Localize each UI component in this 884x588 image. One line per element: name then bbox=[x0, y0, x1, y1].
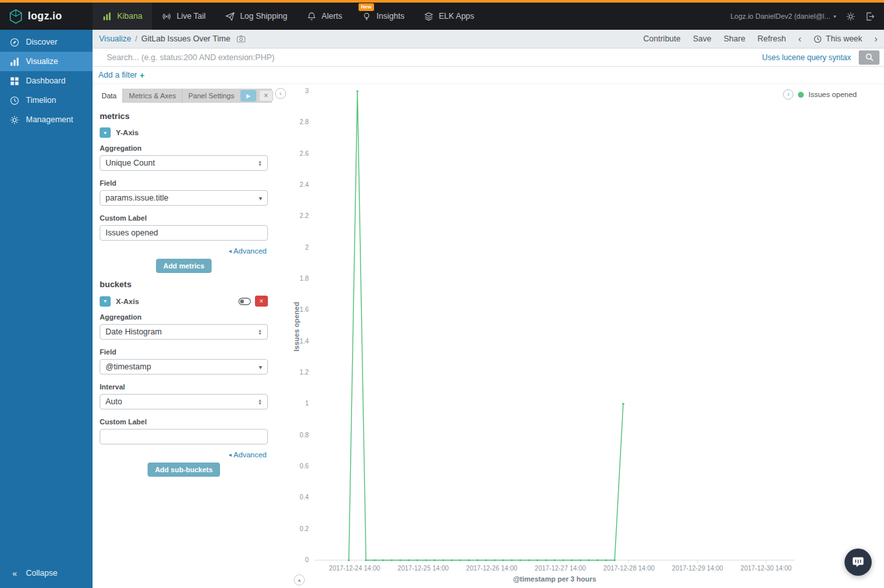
topnav-live-tail[interactable]: Live Tail bbox=[152, 3, 215, 30]
live-tail-icon bbox=[162, 12, 171, 21]
editor-tab-bar: Data Metrics & Axes Panel Settings ▶ × bbox=[96, 89, 272, 103]
sidebar-item-label: Visualize bbox=[26, 57, 58, 66]
x-axis-collapse-button[interactable]: ▼ bbox=[100, 296, 111, 307]
discard-changes-button[interactable]: × bbox=[259, 90, 273, 102]
svg-text:2017-12-29 14:00: 2017-12-29 14:00 bbox=[672, 565, 723, 572]
interval-select[interactable]: Auto ▲▼ bbox=[100, 394, 268, 409]
metrics-advanced-toggle[interactable]: ◂ Advanced bbox=[100, 247, 267, 255]
buckets-advanced-toggle[interactable]: ◂ Advanced bbox=[100, 451, 267, 459]
x-field-value: @timestamp bbox=[105, 362, 151, 371]
refresh-button[interactable]: Refresh bbox=[758, 34, 786, 43]
settings-gear-icon[interactable] bbox=[846, 12, 856, 21]
remove-bucket-button[interactable]: × bbox=[255, 296, 268, 307]
add-sub-buckets-button[interactable]: Add sub-buckets bbox=[148, 463, 219, 477]
sidebar-item-visualize[interactable]: Visualize bbox=[0, 52, 93, 71]
sign-out-icon[interactable] bbox=[865, 12, 875, 21]
topnav-live-tail-label: Live Tail bbox=[177, 12, 206, 21]
topnav-kibana[interactable]: Kibana bbox=[93, 3, 152, 30]
apply-changes-button[interactable]: ▶ bbox=[241, 90, 256, 102]
topnav-insights[interactable]: New Insights bbox=[352, 3, 414, 30]
y-field-value: params.issue.title bbox=[105, 193, 168, 202]
legend-toggle-button[interactable]: › bbox=[783, 89, 793, 100]
chat-bubble-icon bbox=[852, 556, 865, 569]
visualize-content: Data Metrics & Axes Panel Settings ▶ × m… bbox=[93, 84, 884, 588]
logzio-logo-icon bbox=[9, 9, 23, 24]
legend-series-dot[interactable] bbox=[798, 92, 804, 98]
lucene-syntax-link[interactable]: Uses lucene query syntax bbox=[762, 53, 851, 62]
time-range-label: This week bbox=[826, 34, 862, 43]
sidebar-item-timelion[interactable]: Timelion bbox=[0, 91, 93, 110]
breadcrumb-separator: / bbox=[135, 34, 137, 43]
interval-value: Auto bbox=[105, 397, 122, 406]
toolbar-actions: Contribute Save Share Refresh ‹ This wee… bbox=[643, 34, 878, 43]
svg-text:0: 0 bbox=[305, 556, 309, 563]
top-navigation: Kibana Live Tail Log Shipping Alerts bbox=[93, 3, 484, 30]
svg-text:1.8: 1.8 bbox=[300, 275, 309, 282]
tab-data[interactable]: Data bbox=[96, 89, 123, 103]
legend-series-label[interactable]: Issues opened bbox=[808, 91, 857, 98]
x-field-select[interactable]: @timestamp ▾ bbox=[100, 359, 268, 375]
add-filter-link[interactable]: Add a filter bbox=[98, 71, 137, 80]
time-forward-button[interactable]: › bbox=[874, 34, 878, 43]
y-field-select[interactable]: params.issue.title ▾ bbox=[100, 190, 268, 206]
log-shipping-icon bbox=[225, 12, 235, 21]
topnav-log-shipping[interactable]: Log Shipping bbox=[215, 3, 297, 30]
kibana-icon bbox=[102, 12, 112, 21]
clock-icon bbox=[10, 96, 19, 105]
sidebar-item-dashboard[interactable]: Dashboard bbox=[0, 71, 93, 91]
collapse-label: Collapse bbox=[26, 569, 58, 578]
y-axis-row: ▼ Y-Axis bbox=[100, 127, 268, 138]
tab-panel-settings[interactable]: Panel Settings bbox=[182, 89, 241, 103]
dashboard-grid-icon bbox=[10, 76, 19, 86]
sidebar-item-discover[interactable]: Discover bbox=[0, 32, 93, 52]
svg-text:2017-12-27 14:00: 2017-12-27 14:00 bbox=[535, 565, 586, 572]
logzio-logo[interactable]: logz.io bbox=[0, 3, 93, 30]
topnav-elk-apps[interactable]: ELK Apps bbox=[414, 3, 484, 30]
account-menu[interactable]: Logz.io DanielDev2 (daniel@l... ▾ bbox=[731, 12, 836, 20]
svg-text:3: 3 bbox=[305, 87, 309, 94]
x-aggregation-label: Aggregation bbox=[100, 313, 268, 321]
timepicker-button[interactable]: This week bbox=[813, 34, 862, 43]
add-filter-plus-icon[interactable]: + bbox=[140, 71, 145, 80]
x-aggregation-select[interactable]: Date Histogram ▲▼ bbox=[100, 324, 268, 340]
topnav-alerts-label: Alerts bbox=[322, 12, 342, 21]
y-field-label: Field bbox=[100, 179, 268, 187]
disable-bucket-toggle[interactable] bbox=[238, 297, 252, 306]
y-aggregation-select[interactable]: Unique Count ▲▼ bbox=[100, 155, 268, 171]
triangle-left-icon: ◂ bbox=[228, 452, 232, 458]
line-chart[interactable]: 32.82.62.42.221.81.61.41.210.80.60.40.20… bbox=[285, 86, 884, 588]
snapshot-camera-icon[interactable] bbox=[236, 35, 246, 43]
breadcrumb-visualize-link[interactable]: Visualize bbox=[99, 34, 131, 43]
contribute-button[interactable]: Contribute bbox=[643, 34, 681, 43]
search-button[interactable] bbox=[859, 50, 879, 65]
svg-text:2017-12-30 14:00: 2017-12-30 14:00 bbox=[740, 565, 791, 572]
svg-text:1: 1 bbox=[305, 400, 309, 407]
metrics-section-header: metrics bbox=[100, 111, 268, 121]
vis-editor-panel: Data Metrics & Axes Panel Settings ▶ × m… bbox=[96, 89, 272, 483]
select-updown-icon: ▲▼ bbox=[258, 398, 262, 405]
filter-bar: Add a filter + bbox=[93, 67, 884, 84]
search-input[interactable] bbox=[105, 52, 762, 63]
svg-text:1.4: 1.4 bbox=[300, 338, 309, 345]
share-button[interactable]: Share bbox=[724, 34, 745, 43]
chat-launcher-button[interactable] bbox=[845, 549, 872, 576]
elk-apps-icon bbox=[424, 12, 434, 21]
add-metrics-button[interactable]: Add metrics bbox=[156, 259, 212, 273]
time-back-button[interactable]: ‹ bbox=[798, 34, 801, 43]
sidebar-item-management[interactable]: Management bbox=[0, 110, 93, 129]
breadcrumb: Visualize / GitLab Issues Over Time bbox=[99, 34, 246, 43]
y-custom-label-input[interactable] bbox=[100, 225, 268, 241]
save-button[interactable]: Save bbox=[693, 34, 712, 43]
x-field-label: Field bbox=[100, 348, 268, 356]
svg-text:2.8: 2.8 bbox=[300, 118, 309, 125]
tab-metrics-axes[interactable]: Metrics & Axes bbox=[123, 89, 182, 103]
sidebar-collapse-button[interactable]: « Collapse bbox=[0, 563, 93, 583]
topbar: logz.io Kibana Live Tail Log Shipping bbox=[0, 3, 884, 30]
x-custom-label-input[interactable] bbox=[100, 429, 268, 444]
y-axis-collapse-button[interactable]: ▼ bbox=[100, 127, 111, 138]
spy-panel-toggle-button[interactable]: ▲ bbox=[294, 574, 305, 585]
x-aggregation-value: Date Histogram bbox=[105, 327, 162, 336]
topnav-alerts[interactable]: Alerts bbox=[297, 3, 352, 30]
sidebar-item-label: Management bbox=[26, 115, 73, 124]
new-badge: New bbox=[359, 3, 374, 11]
